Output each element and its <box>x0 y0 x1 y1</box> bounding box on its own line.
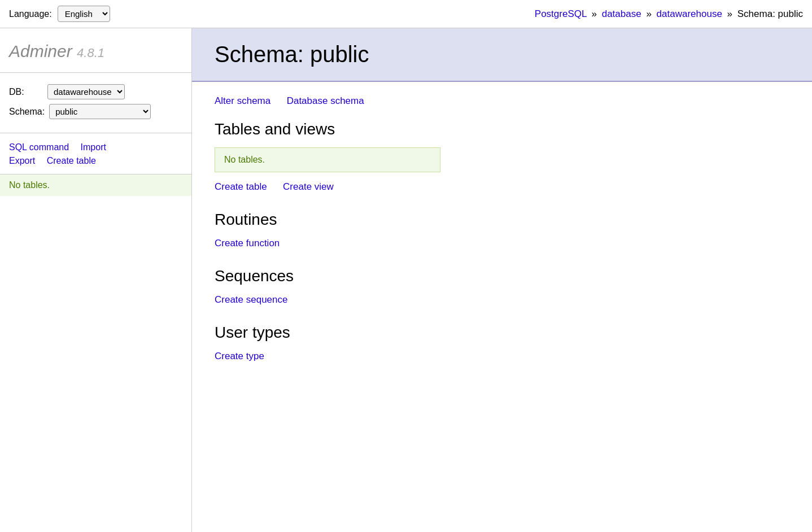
sequences-section-links: Create sequence <box>215 294 789 306</box>
sidebar-no-tables-text: No tables. <box>9 180 50 190</box>
database-schema-link[interactable]: Database schema <box>287 95 364 106</box>
create-view-link[interactable]: Create view <box>283 181 334 192</box>
tables-section: Tables and views No tables. Create table… <box>215 120 789 193</box>
schema-select[interactable]: public <box>49 104 151 119</box>
sidebar: Adminer 4.8.1 DB: datawarehouse Schema: … <box>0 28 192 532</box>
tables-section-title: Tables and views <box>215 120 789 138</box>
create-function-link[interactable]: Create function <box>215 238 280 248</box>
top-bar: Language: English Czech German French Sp… <box>0 0 812 28</box>
db-row: DB: datawarehouse <box>9 84 182 99</box>
breadcrumb-sep-2: » <box>646 8 654 19</box>
sql-command-link[interactable]: SQL command <box>9 142 69 152</box>
create-sequence-link[interactable]: Create sequence <box>215 294 287 305</box>
sidebar-links: SQL command Import Export Create table <box>0 133 191 175</box>
adminer-name: Adminer <box>9 42 72 60</box>
language-select[interactable]: English Czech German French Spanish <box>58 6 110 22</box>
content-actions: Alter schema Database schema <box>215 95 789 107</box>
sidebar-create-table-link[interactable]: Create table <box>47 156 96 165</box>
sidebar-links-row-1: SQL command Import <box>9 142 182 152</box>
routines-section-title: Routines <box>215 211 789 229</box>
sequences-section-title: Sequences <box>215 267 789 285</box>
routines-section-links: Create function <box>215 238 789 249</box>
no-tables-text: No tables. <box>224 155 265 164</box>
export-link[interactable]: Export <box>9 156 35 165</box>
sequences-section: Sequences Create sequence <box>215 267 789 306</box>
schema-row: Schema: public <box>9 104 182 119</box>
adminer-version: 4.8.1 <box>77 46 104 60</box>
breadcrumb-current: Schema: public <box>737 8 803 19</box>
content-body: Alter schema Database schema Tables and … <box>192 82 812 394</box>
breadcrumb-database[interactable]: database <box>602 8 641 19</box>
create-table-link[interactable]: Create table <box>215 181 267 192</box>
breadcrumb-datawarehouse[interactable]: datawarehouse <box>657 8 722 19</box>
adminer-title: Adminer 4.8.1 <box>9 42 182 61</box>
import-link[interactable]: Import <box>81 142 106 152</box>
breadcrumb-sep-1: » <box>592 8 600 19</box>
db-label: DB: <box>9 87 43 97</box>
alter-schema-link[interactable]: Alter schema <box>215 95 270 106</box>
user-types-section: User types Create type <box>215 324 789 362</box>
content: Schema: public Alter schema Database sch… <box>192 28 812 532</box>
main-layout: Adminer 4.8.1 DB: datawarehouse Schema: … <box>0 28 812 532</box>
tables-section-links: Create table Create view <box>215 181 789 193</box>
content-header: Schema: public <box>192 28 812 82</box>
schema-title: Schema: public <box>215 42 789 67</box>
routines-section: Routines Create function <box>215 211 789 249</box>
no-tables-box: No tables. <box>215 147 440 172</box>
create-type-link[interactable]: Create type <box>215 351 264 361</box>
sidebar-no-tables: No tables. <box>0 175 191 196</box>
breadcrumb: PostgreSQL » database » datawarehouse » … <box>535 8 803 20</box>
schema-label: Schema: <box>9 107 45 117</box>
db-select[interactable]: datawarehouse <box>47 84 125 99</box>
sidebar-header: Adminer 4.8.1 <box>0 28 191 73</box>
breadcrumb-sep-3: » <box>727 8 735 19</box>
breadcrumb-postgresql[interactable]: PostgreSQL <box>535 8 587 19</box>
language-label: Language: <box>9 9 52 19</box>
user-types-section-links: Create type <box>215 351 789 362</box>
sidebar-db-section: DB: datawarehouse Schema: public <box>0 73 191 133</box>
sidebar-links-row-2: Export Create table <box>9 156 182 166</box>
user-types-section-title: User types <box>215 324 789 342</box>
